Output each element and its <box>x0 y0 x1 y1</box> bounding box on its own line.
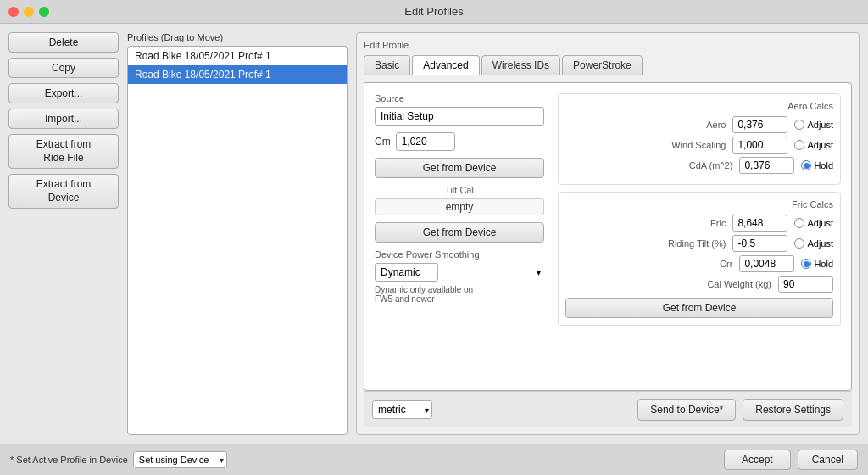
wind-scaling-label: Wind Scaling <box>671 140 726 150</box>
fric-adjust-label: Adjust <box>807 218 833 228</box>
profile-list: Road Bike 18/05/2021 Prof# 1 Road Bike 1… <box>127 46 348 435</box>
wind-scaling-input[interactable] <box>732 137 787 154</box>
send-to-device-button[interactable]: Send to Device* <box>637 399 736 421</box>
extract-device-button[interactable]: Extract from Device <box>8 174 119 209</box>
source-input[interactable] <box>375 107 544 126</box>
fric-radio-group: Adjust <box>794 218 833 228</box>
tilt-adjust-option[interactable]: Adjust <box>794 238 833 249</box>
close-button[interactable] <box>8 7 19 17</box>
cm-label: Cm <box>375 136 391 148</box>
fric-input[interactable] <box>732 215 787 232</box>
wind-adjust-label: Adjust <box>807 140 833 150</box>
wind-scaling-row: Wind Scaling Adjust <box>565 137 833 154</box>
tilt-cal-section: Tilt Cal empty <box>375 185 544 215</box>
active-profile-select[interactable]: Set using Device <box>133 451 227 468</box>
aero-adjust-option[interactable]: Adjust <box>794 120 833 130</box>
tab-basic[interactable]: Basic <box>364 55 410 75</box>
delete-button[interactable]: Delete <box>8 32 119 53</box>
cda-input[interactable] <box>739 157 794 174</box>
cda-hold-option[interactable]: Hold <box>801 160 833 170</box>
profile-item[interactable]: Road Bike 18/05/2021 Prof# 1 <box>128 47 347 65</box>
cda-hold-label: Hold <box>814 160 833 170</box>
import-button[interactable]: Import... <box>8 109 119 129</box>
aero-radio-group: Adjust <box>794 120 833 130</box>
tab-wireless-ids[interactable]: Wireless IDs <box>481 55 560 75</box>
cda-row: CdA (m^2) Hold <box>565 157 833 174</box>
wind-adjust-option[interactable]: Adjust <box>794 140 833 150</box>
tab-advanced[interactable]: Advanced <box>412 55 479 75</box>
crr-input[interactable] <box>739 255 794 272</box>
tab-left-section: Source Cm Get from Device Tilt Cal empty… <box>375 93 544 380</box>
tab-powerstroke[interactable]: PowerStroke <box>562 55 643 75</box>
footer-left: * Set Active Profile in Device Set using… <box>10 451 227 468</box>
aero-calcs-title: Aero Calcs <box>565 101 833 111</box>
maximize-button[interactable] <box>39 7 49 17</box>
cda-hold-radio[interactable] <box>801 160 811 170</box>
fric-adjust-radio[interactable] <box>794 218 804 228</box>
get-from-device-button-1[interactable]: Get from Device <box>375 158 544 178</box>
extract-ride-button[interactable]: Extract from Ride File <box>8 134 119 169</box>
profile-item-selected[interactable]: Road Bike 18/05/2021 Prof# 1 <box>128 65 347 84</box>
cm-input[interactable] <box>396 132 455 151</box>
cal-weight-input[interactable] <box>778 276 833 293</box>
footer: * Set Active Profile in Device Set using… <box>0 444 868 475</box>
aero-adjust-radio[interactable] <box>794 120 804 130</box>
fric-calcs-section: Fric Calcs Fric Adjust Riding Tilt (%) <box>558 192 841 326</box>
tilt-cal-value: empty <box>375 198 544 215</box>
aero-adjust-label: Adjust <box>807 120 833 130</box>
crr-radio-group: Hold <box>801 259 833 269</box>
aero-label: Aero <box>706 120 726 130</box>
get-from-device-button-3[interactable]: Get from Device <box>565 298 833 318</box>
smoothing-note: Dynamic only available onFW5 and newer <box>375 285 544 304</box>
cal-weight-row: Cal Weight (kg) <box>565 276 833 293</box>
crr-hold-option[interactable]: Hold <box>801 259 833 269</box>
tilt-adjust-radio[interactable] <box>794 238 804 249</box>
cm-row: Cm <box>375 132 544 151</box>
window-title: Edit Profiles <box>404 5 463 18</box>
main-content: Delete Copy Export... Import... Extract … <box>0 24 868 444</box>
metric-select-wrap: metric imperial <box>372 400 432 419</box>
tilt-radio-group: Adjust <box>794 238 833 249</box>
tabs: Basic Advanced Wireless IDs PowerStroke <box>364 55 852 75</box>
left-panel: Delete Copy Export... Import... Extract … <box>8 32 119 435</box>
crr-hold-radio[interactable] <box>801 259 811 269</box>
footer-note: * Set Active Profile in Device <box>10 455 128 465</box>
cancel-button[interactable]: Cancel <box>798 450 858 470</box>
window-controls[interactable] <box>8 7 49 17</box>
profile-area: Profiles (Drag to Move) Road Bike 18/05/… <box>127 32 348 435</box>
aero-calcs-section: Aero Calcs Aero Adjust Wind Scaling <box>558 93 841 185</box>
crr-label: Crr <box>720 259 732 269</box>
tab-right-section: Aero Calcs Aero Adjust Wind Scaling <box>558 93 841 380</box>
wind-radio-group: Adjust <box>794 140 833 150</box>
restore-settings-button[interactable]: Restore Settings <box>743 399 843 421</box>
accept-button[interactable]: Accept <box>724 450 791 470</box>
smoothing-select[interactable]: Dynamic Fixed <box>375 263 438 282</box>
footer-select-wrap: Set using Device <box>133 451 227 468</box>
riding-tilt-row: Riding Tilt (%) Adjust <box>565 235 833 252</box>
metric-select[interactable]: metric imperial <box>372 400 432 419</box>
tilt-cal-label: Tilt Cal <box>375 185 544 195</box>
fric-row: Fric Adjust <box>565 215 833 232</box>
minimize-button[interactable] <box>24 7 34 17</box>
wind-adjust-radio[interactable] <box>794 140 804 150</box>
footer-right: Accept Cancel <box>724 450 858 470</box>
edit-profile-panel: Edit Profile Basic Advanced Wireless IDs… <box>356 32 860 435</box>
source-group: Source <box>375 93 544 126</box>
smoothing-group: Device Power Smoothing Dynamic Fixed Dyn… <box>375 249 544 304</box>
bottom-bar: metric imperial Send to Device* Restore … <box>364 391 852 428</box>
fric-label: Fric <box>710 218 726 228</box>
aero-input[interactable] <box>732 116 787 133</box>
smoothing-select-wrap: Dynamic Fixed <box>375 263 544 282</box>
export-button[interactable]: Export... <box>8 83 119 103</box>
source-label: Source <box>375 93 544 103</box>
riding-tilt-input[interactable] <box>732 235 787 252</box>
get-from-device-button-2[interactable]: Get from Device <box>375 222 544 243</box>
cda-label: CdA (m^2) <box>689 160 733 170</box>
copy-button[interactable]: Copy <box>8 58 119 78</box>
profile-list-header: Profiles (Drag to Move) <box>127 32 348 42</box>
riding-tilt-label: Riding Tilt (%) <box>668 238 726 249</box>
title-bar: Edit Profiles <box>0 0 868 24</box>
edit-profile-label: Edit Profile <box>364 40 852 50</box>
crr-hold-label: Hold <box>814 259 833 269</box>
fric-adjust-option[interactable]: Adjust <box>794 218 833 228</box>
